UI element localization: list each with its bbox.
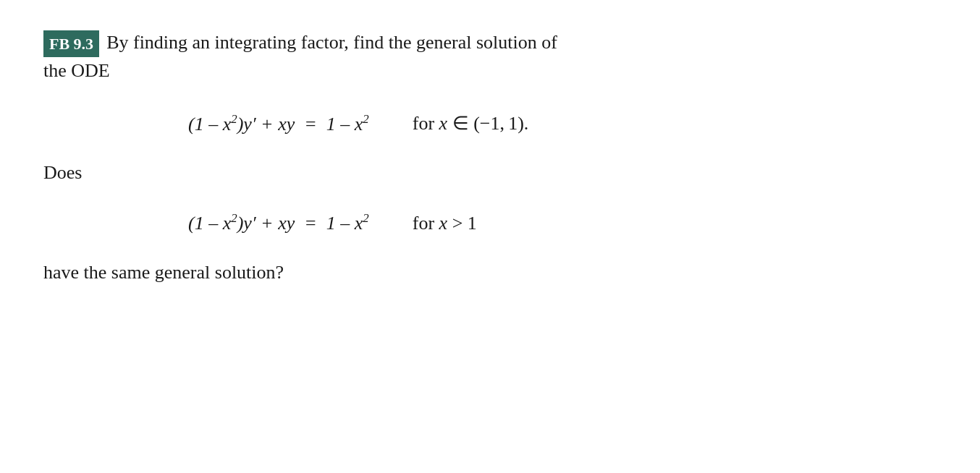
ode-label: the ODE bbox=[43, 57, 937, 85]
problem-badge: FB 9.3 bbox=[43, 30, 99, 57]
header-text: By finding an integrating factor, find t… bbox=[106, 29, 557, 56]
condition-1: for x ∈ (−1, 1). bbox=[413, 112, 529, 135]
condition-2: for x > 1 bbox=[413, 213, 477, 234]
equation-1: (1 – x2)y′ + xy = 1 – x2 bbox=[188, 112, 369, 135]
footer-text: have the same general solution? bbox=[43, 262, 937, 284]
equation-2: (1 – x2)y′ + xy = 1 – x2 bbox=[188, 211, 369, 234]
equation-block-2: (1 – x2)y′ + xy = 1 – x2 for x > 1 bbox=[188, 211, 937, 234]
does-label: Does bbox=[43, 162, 937, 184]
header-block: FB 9.3 By finding an integrating factor,… bbox=[43, 29, 937, 57]
page: FB 9.3 By finding an integrating factor,… bbox=[0, 0, 980, 473]
equation-block-1: (1 – x2)y′ + xy = 1 – x2 for x ∈ (−1, 1)… bbox=[188, 112, 937, 135]
